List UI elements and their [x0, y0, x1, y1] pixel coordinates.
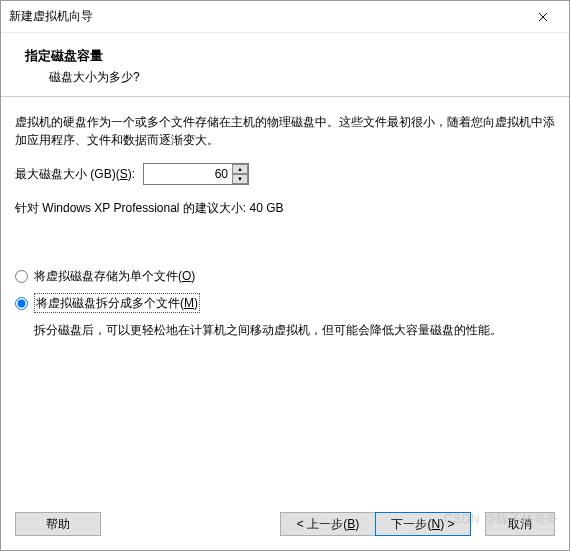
radio-single-file-label: 将虚拟磁盘存储为单个文件(O) [34, 267, 195, 285]
spinner-up-button[interactable]: ▲ [232, 164, 248, 174]
max-disk-size-row: 最大磁盘大小 (GB)(S): ▲ ▼ [15, 163, 555, 185]
wizard-footer: 帮助 < 上一步(B) 下一步(N) > 取消 [1, 502, 569, 550]
description-text: 虚拟机的硬盘作为一个或多个文件存储在主机的物理磁盘中。这些文件最初很小，随着您向… [15, 113, 555, 149]
help-button[interactable]: 帮助 [15, 512, 101, 536]
titlebar: 新建虚拟机向导 [1, 1, 569, 33]
wizard-header: 指定磁盘容量 磁盘大小为多少? [1, 33, 569, 97]
close-icon [538, 12, 548, 22]
page-title: 指定磁盘容量 [25, 47, 561, 65]
disk-size-spinner: ▲ ▼ [143, 163, 249, 185]
radio-split-file[interactable]: 将虚拟磁盘拆分成多个文件(M) [15, 293, 555, 313]
max-disk-size-label: 最大磁盘大小 (GB)(S): [15, 165, 135, 183]
radio-split-file-input[interactable] [15, 297, 28, 310]
radio-single-file-input[interactable] [15, 270, 28, 283]
page-subtitle: 磁盘大小为多少? [49, 69, 561, 86]
suggested-size-text: 针对 Windows XP Professional 的建议大小: 40 GB [15, 199, 555, 217]
close-button[interactable] [525, 5, 561, 29]
radio-single-file[interactable]: 将虚拟磁盘存储为单个文件(O) [15, 267, 555, 285]
cancel-button[interactable]: 取消 [485, 512, 555, 536]
next-button[interactable]: 下一步(N) > [375, 512, 471, 536]
spinner-down-button[interactable]: ▼ [232, 174, 248, 184]
radio-split-file-desc: 拆分磁盘后，可以更轻松地在计算机之间移动虚拟机，但可能会降低大容量磁盘的性能。 [34, 321, 555, 340]
back-button[interactable]: < 上一步(B) [280, 512, 376, 536]
disk-file-radio-group: 将虚拟磁盘存储为单个文件(O) 将虚拟磁盘拆分成多个文件(M) 拆分磁盘后，可以… [15, 267, 555, 340]
window-title: 新建虚拟机向导 [9, 8, 93, 25]
content-area: 虚拟机的硬盘作为一个或多个文件存储在主机的物理磁盘中。这些文件最初很小，随着您向… [1, 97, 569, 502]
radio-split-file-label: 将虚拟磁盘拆分成多个文件(M) [34, 293, 200, 313]
